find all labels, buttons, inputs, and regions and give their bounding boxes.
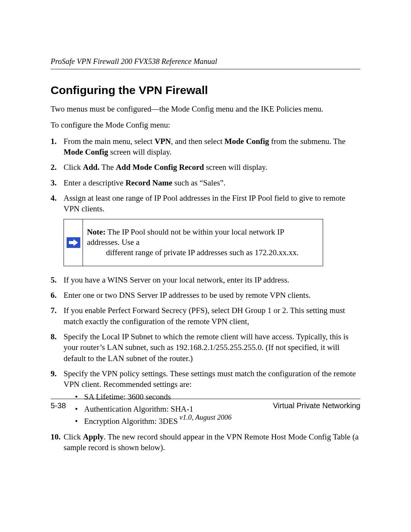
step-text: Add Mode Config Record xyxy=(116,163,204,172)
step-text: , and then select xyxy=(171,137,225,146)
note-icon-cell xyxy=(64,219,83,266)
step-number: 8. xyxy=(51,331,57,342)
step-text: Enter a descriptive xyxy=(64,178,126,187)
step-text: If you have a WINS Server on your local … xyxy=(64,275,289,284)
step-number: 6. xyxy=(51,290,57,300)
ordered-steps-1: 1.From the main menu, select VPN, and th… xyxy=(51,136,360,214)
step-text: If you enable Perfect Forward Secrecy (P… xyxy=(64,306,345,326)
page-footer: 5-38 Virtual Private Networking v1.0, Au… xyxy=(51,399,360,422)
step-text: Add. xyxy=(83,163,100,172)
step-text: screen will display. xyxy=(108,147,172,157)
step-number: 10. xyxy=(51,431,61,442)
note-line-1: The IP Pool should not be within your lo… xyxy=(87,227,284,247)
step-number: 5. xyxy=(51,275,57,285)
step-text: VPN xyxy=(155,137,171,146)
step-item: 8.Specify the Local IP Subnet to which t… xyxy=(51,331,360,364)
note-line-2: different range of private IP addresses … xyxy=(87,248,317,258)
note-text: Note: The IP Pool should not be within y… xyxy=(83,219,323,266)
running-header: ProSafe VPN Firewall 200 FVX538 Referenc… xyxy=(51,57,360,69)
step-text: screen will display. xyxy=(204,163,268,172)
step-text: Apply xyxy=(83,432,104,441)
step-text: from the submenu. The xyxy=(269,137,346,146)
note-box: Note: The IP Pool should not be within y… xyxy=(64,219,323,266)
step-item: 1.From the main menu, select VPN, and th… xyxy=(51,136,360,158)
step-text: such as “Sales”. xyxy=(172,178,226,187)
step-number: 1. xyxy=(51,136,57,147)
svg-marker-0 xyxy=(69,239,78,246)
step-number: 9. xyxy=(51,368,57,379)
step-text: Click xyxy=(64,163,83,172)
ordered-steps-2: 5.If you have a WINS Server on your loca… xyxy=(51,275,360,453)
intro-paragraph-2: To configure the Mode Config menu: xyxy=(51,120,360,130)
step-number: 2. xyxy=(51,162,57,173)
step-item: 6.Enter one or two DNS Server IP address… xyxy=(51,290,360,300)
step-item: 2.Click Add. The Add Mode Config Record … xyxy=(51,162,360,173)
step-text: Mode Config xyxy=(225,137,269,146)
step-text: The xyxy=(100,163,116,172)
step-text: Specify the VPN policy settings. These s… xyxy=(64,369,356,389)
step-item: 10.Click Apply. The new record should ap… xyxy=(51,431,360,453)
footer-section-name: Virtual Private Networking xyxy=(273,401,360,410)
step-item: 3.Enter a descriptive Record Name such a… xyxy=(51,177,360,188)
step-number: 4. xyxy=(51,193,57,203)
step-text: From the main menu, select xyxy=(64,137,155,146)
section-heading: Configuring the VPN Firewall xyxy=(51,84,360,97)
step-text: Assign at least one range of IP Pool add… xyxy=(64,193,345,213)
arrow-right-icon xyxy=(67,237,80,248)
intro-paragraph-1: Two menus must be configured—the Mode Co… xyxy=(51,104,360,114)
step-text: Click xyxy=(64,432,83,441)
step-text: Mode Config xyxy=(64,147,108,157)
footer-page-number: 5-38 xyxy=(51,401,66,410)
footer-version: v1.0, August 2006 xyxy=(51,413,360,422)
document-page: ProSafe VPN Firewall 200 FVX538 Referenc… xyxy=(0,0,411,532)
note-label: Note: xyxy=(87,227,105,236)
step-text: Specify the Local IP Subnet to which the… xyxy=(64,332,349,363)
step-text: Enter one or two DNS Server IP addresses… xyxy=(64,291,311,300)
step-item: 5.If you have a WINS Server on your loca… xyxy=(51,275,360,285)
step-item: 7.If you enable Perfect Forward Secrecy … xyxy=(51,305,360,327)
step-number: 7. xyxy=(51,305,57,316)
step-item: 4.Assign at least one range of IP Pool a… xyxy=(51,193,360,214)
step-text: Record Name xyxy=(126,178,172,187)
step-text: . The new record should appear in the VP… xyxy=(64,432,358,452)
step-number: 3. xyxy=(51,177,57,188)
